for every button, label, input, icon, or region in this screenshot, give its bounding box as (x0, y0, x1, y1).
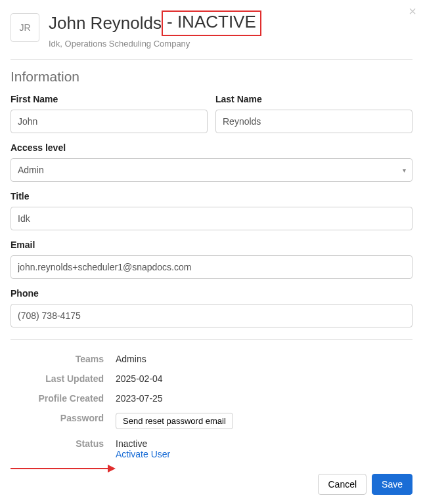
page-title: John Reynolds - INACTIVE (49, 10, 412, 36)
status-text: INACTIVE (177, 12, 256, 32)
teams-label: Teams (11, 354, 116, 364)
last-name-input[interactable] (215, 110, 412, 133)
access-level-select[interactable] (11, 158, 412, 182)
last-name-label: Last Name (215, 94, 412, 104)
password-label: Password (11, 413, 116, 423)
access-level-label: Access level (11, 142, 412, 153)
status-label: Status (11, 438, 116, 449)
avatar: JR (11, 13, 39, 42)
section-title: Information (11, 69, 412, 85)
email-input[interactable] (11, 255, 412, 279)
email-label: Email (11, 240, 412, 250)
profile-created-label: Profile Created (11, 393, 116, 404)
send-reset-password-button[interactable]: Send reset password email (116, 413, 233, 429)
last-updated-value: 2025-02-04 (116, 373, 412, 384)
last-updated-label: Last Updated (11, 373, 116, 384)
phone-input[interactable] (11, 304, 412, 327)
activate-user-link[interactable]: Activate User (116, 449, 412, 459)
teams-value: Admins (116, 354, 412, 364)
status-value: Inactive (116, 438, 412, 449)
subtitle: Idk, Operations Scheduling Company (49, 39, 412, 49)
user-name: John Reynolds (49, 13, 162, 33)
divider (11, 59, 412, 60)
title-separator: - (167, 12, 177, 32)
first-name-input[interactable] (11, 110, 208, 133)
title-label: Title (11, 191, 412, 201)
phone-label: Phone (11, 288, 412, 299)
first-name-label: First Name (11, 94, 208, 104)
divider (11, 339, 412, 340)
close-icon[interactable]: × (409, 4, 416, 19)
save-button[interactable]: Save (372, 474, 412, 495)
title-input[interactable] (11, 207, 412, 230)
profile-created-value: 2023-07-25 (116, 393, 412, 404)
cancel-button[interactable]: Cancel (318, 474, 367, 495)
